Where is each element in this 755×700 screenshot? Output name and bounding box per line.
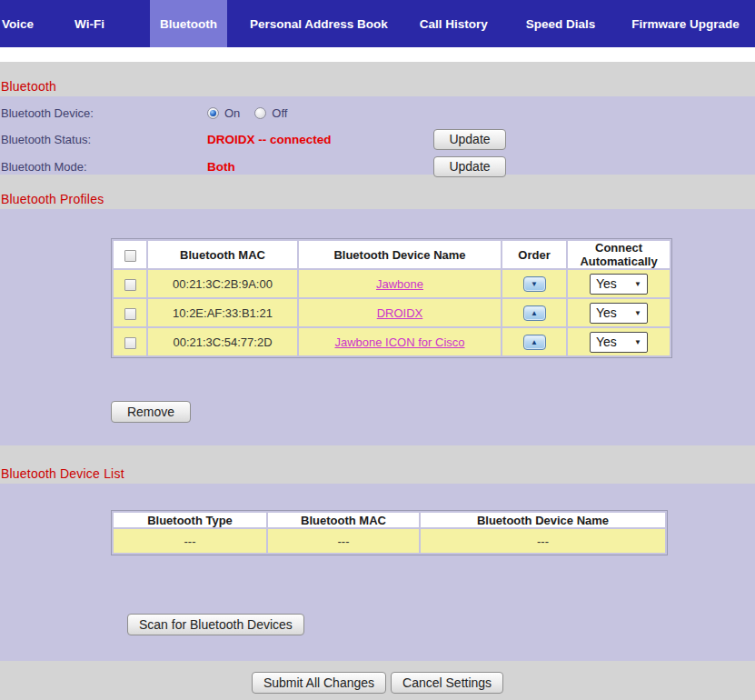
bluetooth-heading-band: Bluetooth (0, 62, 755, 96)
mode-update-button[interactable]: Update (433, 156, 506, 177)
table-row: 00:21:3C:54:77:2D Jawbone ICON for Cisco… (114, 328, 670, 355)
table-row: --- --- --- (114, 529, 665, 553)
nav-tab-bluetooth-active[interactable]: Bluetooth (150, 0, 227, 47)
nav-tab-personal-address-book[interactable]: Personal Address Book (250, 0, 388, 47)
nav-tab-call-history[interactable]: Call History (420, 0, 488, 47)
radio-on[interactable] (207, 107, 219, 119)
bluetooth-status-value: DROIDX -- connected (207, 133, 433, 146)
type-cell: --- (114, 529, 266, 553)
profiles-heading-band: Bluetooth Profiles (0, 175, 755, 209)
nav-tab-voice[interactable]: Voice (2, 0, 34, 47)
select-all-checkbox[interactable] (124, 250, 136, 262)
row-checkbox[interactable] (124, 279, 136, 291)
order-down-button[interactable]: ▼ (523, 276, 546, 292)
mac-cell: 00:21:3C:54:77:2D (148, 328, 297, 355)
select-value: Yes (596, 276, 617, 291)
nav-tab-firmware-upgrade[interactable]: Firmware Upgrade (631, 0, 740, 47)
chevron-down-icon: ▼ (634, 309, 641, 317)
footer-bar: Submit All Changes Cancel Settings (0, 661, 755, 700)
table-row: 00:21:3C:2B:9A:00 Jawbone ▼ Yes▼ (114, 270, 670, 297)
header-bluetooth-mac: Bluetooth MAC (268, 513, 419, 527)
bluetooth-device-row: Bluetooth Device: On Off (0, 101, 755, 125)
bluetooth-mode-value: Both (207, 160, 433, 174)
header-bluetooth-type: Bluetooth Type (114, 513, 266, 527)
connect-automatically-select[interactable]: Yes▼ (590, 303, 648, 324)
header-order: Order (502, 241, 566, 268)
down-arrow-icon: ▼ (531, 281, 538, 288)
submit-all-changes-button[interactable]: Submit All Changes (252, 672, 386, 694)
device-list-section-heading: Bluetooth Device List (1, 466, 124, 481)
profiles-section: Bluetooth MAC Bluetooth Device Name Orde… (0, 209, 755, 445)
header-device-name: Bluetooth Device Name (421, 513, 665, 527)
top-nav: Voice Wi-Fi Bluetooth Personal Address B… (0, 0, 755, 47)
bluetooth-mode-label: Bluetooth Mode: (0, 160, 207, 174)
bluetooth-device-label: Bluetooth Device: (0, 106, 207, 120)
header-device-name: Bluetooth Device Name (299, 241, 501, 268)
order-up-button[interactable]: ▲ (523, 305, 546, 321)
radio-on-label: On (224, 106, 240, 120)
bluetooth-settings-page: Voice Wi-Fi Bluetooth Personal Address B… (0, 0, 755, 700)
profiles-header-row: Bluetooth MAC Bluetooth Device Name Orde… (114, 241, 670, 268)
select-value: Yes (596, 305, 617, 320)
table-row: 10:2E:AF:33:B1:21 DROIDX ▲ Yes▼ (114, 299, 670, 326)
radio-off-label: Off (272, 106, 287, 120)
profiles-section-heading: Bluetooth Profiles (1, 192, 104, 206)
up-arrow-icon: ▲ (531, 310, 538, 317)
device-name-link[interactable]: DROIDX (377, 306, 423, 320)
spacer-strip (0, 47, 755, 62)
select-value: Yes (596, 335, 617, 349)
remove-button[interactable]: Remove (111, 401, 191, 423)
device-list-table: Bluetooth Type Bluetooth MAC Bluetooth D… (111, 510, 668, 555)
up-arrow-icon: ▲ (531, 339, 538, 346)
chevron-down-icon: ▼ (634, 280, 641, 288)
mac-cell: 10:2E:AF:33:B1:21 (148, 299, 297, 326)
mac-cell: --- (268, 529, 419, 553)
bluetooth-device-radio-group: On Off (207, 106, 296, 120)
device-list-heading-band: Bluetooth Device List (0, 445, 755, 484)
mac-cell: 00:21:3C:2B:9A:00 (148, 270, 297, 297)
scan-for-bluetooth-devices-button[interactable]: Scan for Bluetooth Devices (127, 614, 304, 635)
header-connect-automatically: Connect Automatically (568, 241, 670, 268)
bluetooth-settings-section: Bluetooth Device: On Off Bluetooth Statu… (0, 96, 755, 175)
device-name-link[interactable]: Jawbone (376, 277, 423, 291)
row-checkbox[interactable] (124, 308, 136, 320)
chevron-down-icon: ▼ (634, 338, 641, 346)
header-bluetooth-mac: Bluetooth MAC (148, 241, 297, 268)
profiles-table: Bluetooth MAC Bluetooth Device Name Orde… (111, 238, 672, 358)
device-name-link[interactable]: Jawbone ICON for Cisco (334, 335, 464, 349)
nav-tab-speed-dials[interactable]: Speed Dials (526, 0, 596, 47)
nav-tab-wifi[interactable]: Wi-Fi (75, 0, 104, 47)
status-update-button[interactable]: Update (433, 129, 506, 150)
bluetooth-status-label: Bluetooth Status: (0, 133, 207, 146)
connect-automatically-select[interactable]: Yes▼ (590, 332, 648, 353)
row-checkbox[interactable] (124, 337, 136, 349)
order-up-button[interactable]: ▲ (523, 335, 546, 350)
bluetooth-section-heading: Bluetooth (1, 79, 56, 94)
device-list-section: Bluetooth Type Bluetooth MAC Bluetooth D… (0, 484, 755, 661)
cancel-settings-button[interactable]: Cancel Settings (391, 672, 503, 694)
bluetooth-status-row: Bluetooth Status: DROIDX -- connected Up… (0, 125, 755, 153)
connect-automatically-select[interactable]: Yes▼ (590, 274, 648, 295)
name-cell: --- (421, 529, 665, 553)
device-list-header-row: Bluetooth Type Bluetooth MAC Bluetooth D… (114, 513, 665, 527)
radio-off[interactable] (254, 107, 266, 119)
